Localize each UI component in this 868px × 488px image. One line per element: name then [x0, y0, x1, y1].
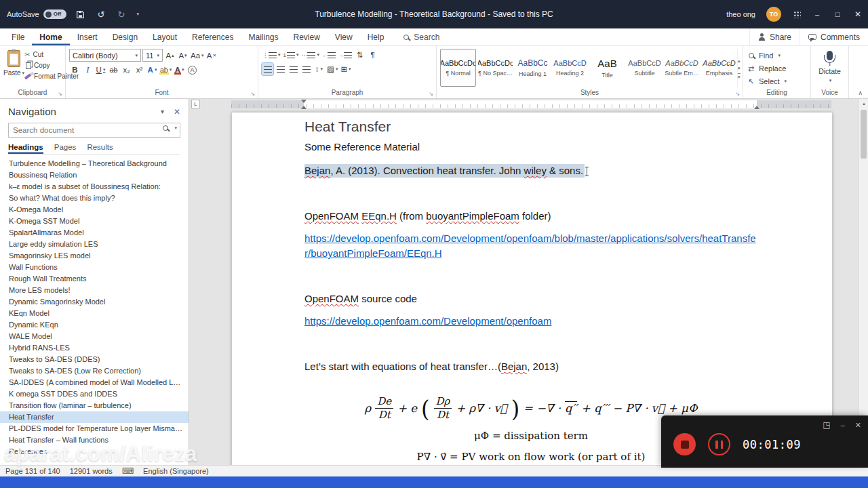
autosave-switch[interactable]: Off: [43, 9, 66, 19]
decrease-indent-button[interactable]: ←: [321, 49, 336, 61]
justify-button[interactable]: [300, 63, 312, 75]
superscript-button[interactable]: x²: [134, 64, 145, 76]
ribbon-display-options-button[interactable]: [787, 0, 807, 28]
autosave-toggle[interactable]: AutoSave Off: [7, 9, 66, 19]
scroll-up-arrow[interactable]: ▴: [859, 99, 868, 108]
style-nospac[interactable]: AaBbCcDc¶ No Spac…: [477, 49, 513, 87]
style-emphasis[interactable]: AaBbCcDEmphasis: [701, 49, 737, 87]
ribbon-tab-review[interactable]: Review: [285, 28, 327, 45]
style-h2[interactable]: AaBbCcDHeading 2: [552, 49, 588, 87]
show-paragraph-marks-button[interactable]: ¶: [367, 49, 378, 61]
paste-button[interactable]: Paste▾: [3, 49, 24, 88]
nav-tab-pages[interactable]: Pages: [54, 143, 77, 154]
customize-quick-access-button[interactable]: ▾: [135, 12, 142, 17]
avatar[interactable]: TO: [766, 7, 781, 22]
recorder-minimize-button[interactable]: –: [841, 421, 845, 429]
nav-heading-item[interactable]: Rough Wall Treatments: [0, 273, 189, 285]
font-dialog-launcher[interactable]: ↘: [250, 92, 255, 97]
nav-heading-item[interactable]: SpalartAllmaras Model: [0, 227, 189, 239]
style-subtleem[interactable]: AaBbCcDSubtle Em…: [664, 49, 700, 87]
nav-heading-item[interactable]: PL-DDES model for Temperature Log layer …: [0, 423, 189, 434]
nav-search-dropdown[interactable]: ▾: [174, 125, 177, 131]
styles-scroll-up-button[interactable]: ▴: [738, 58, 741, 63]
nav-heading-item[interactable]: Heat Transfer: [0, 411, 189, 423]
user-name[interactable]: theo ong: [721, 10, 761, 18]
style-h1[interactable]: AaBbCcHeading 1: [515, 49, 551, 87]
styles-scroll-down-button[interactable]: ▾: [738, 66, 741, 70]
paragraph-dialog-launcher[interactable]: ↘: [429, 92, 433, 97]
tab-selector-icon[interactable]: L: [191, 100, 200, 108]
align-center-button[interactable]: [275, 63, 286, 75]
ribbon-tab-references[interactable]: References: [184, 28, 241, 45]
undo-button[interactable]: ↺: [94, 6, 108, 22]
navigation-close-button[interactable]: ✕: [174, 107, 180, 117]
italic-button[interactable]: I: [82, 64, 94, 76]
right-indent-marker[interactable]: [754, 103, 760, 109]
keyboard-icon[interactable]: ⌨: [122, 466, 134, 476]
sort-button[interactable]: ⇅: [354, 49, 366, 61]
nav-heading-item[interactable]: Wall Functions: [0, 262, 189, 273]
minimize-button[interactable]: –: [807, 0, 827, 28]
nav-heading-item[interactable]: So what? What does this imply?: [0, 192, 189, 204]
styles-more-button[interactable]: ▾: [738, 73, 741, 79]
nav-heading-item[interactable]: K-Omega SST Model: [0, 216, 189, 227]
left-indent-marker[interactable]: [301, 103, 307, 109]
nav-heading-item[interactable]: Turbulence Modelling – Theoretical Backg…: [0, 158, 189, 169]
ribbon-search[interactable]: Search: [403, 28, 439, 45]
nav-heading-item[interactable]: k–ε model is a subset of Boussinesq Rela…: [0, 181, 189, 192]
collapse-ribbon-button[interactable]: ∧: [858, 89, 863, 96]
hyperlink-eeqn[interactable]: https://develop.openfoam.com/Development…: [304, 232, 756, 259]
clear-formatting-button[interactable]: A✕: [206, 49, 218, 62]
font-size-select[interactable]: 11▾: [142, 49, 163, 62]
font-name-select[interactable]: Calibri (Body)▾: [69, 49, 141, 62]
line-spacing-button[interactable]: ↕▾: [313, 63, 325, 75]
nav-heading-item[interactable]: Hybrid RANS-LES: [0, 342, 189, 354]
align-left-button[interactable]: [262, 63, 273, 75]
ribbon-tab-mailings[interactable]: Mailings: [241, 28, 285, 45]
highlight-color-button[interactable]: ab▾: [159, 64, 172, 76]
ribbon-tab-insert[interactable]: Insert: [70, 28, 105, 45]
close-button[interactable]: ✕: [848, 0, 868, 28]
document-page[interactable]: Heat Transfer Some Reference Material Be…: [232, 113, 832, 465]
recorder-popout-icon[interactable]: ◳: [823, 420, 830, 430]
change-case-button[interactable]: Aa▾: [190, 49, 205, 62]
nav-heading-item[interactable]: K omega SST DDES and IDDES: [0, 388, 189, 400]
increase-indent-button[interactable]: →: [338, 49, 353, 61]
nav-heading-item[interactable]: Transition flow (laminar – turbulence): [0, 400, 189, 411]
status-page-info[interactable]: Page 131 of 140: [5, 467, 60, 475]
hyperlink-openfoam[interactable]: https://develop.openfoam.com/Development…: [304, 315, 551, 327]
nav-search-icon[interactable]: [163, 125, 168, 131]
stop-recording-button[interactable]: [673, 433, 696, 455]
redo-button[interactable]: ↻: [115, 6, 129, 22]
text-effects-button[interactable]: A▾: [146, 64, 158, 76]
vertical-scrollbar[interactable]: ▴ ▾: [859, 99, 868, 465]
comments-button[interactable]: Comments: [800, 28, 868, 45]
styles-dialog-launcher[interactable]: ↘: [735, 92, 740, 97]
nav-heading-item[interactable]: Tweaks to SA-DES (DDES): [0, 354, 189, 365]
maximize-button[interactable]: □: [827, 0, 848, 28]
shrink-font-button[interactable]: A▾: [177, 49, 189, 62]
nav-heading-item[interactable]: Dynamic KEqn: [0, 319, 189, 331]
bullet-list-button[interactable]: ⋮▾: [262, 49, 281, 61]
nav-tab-headings[interactable]: Headings: [8, 143, 43, 154]
nav-search-input[interactable]: [8, 123, 180, 138]
navigation-options-button[interactable]: ▾: [161, 108, 164, 115]
ribbon-tab-home[interactable]: Home: [32, 28, 69, 45]
nav-heading-item[interactable]: Tweaks to SA-DES (Low Re Correction): [0, 365, 189, 377]
scrollbar-thumb[interactable]: [861, 110, 867, 159]
ribbon-tab-view[interactable]: View: [328, 28, 360, 45]
shading-button[interactable]: ▨▾: [326, 63, 338, 75]
nav-tab-results[interactable]: Results: [87, 143, 113, 154]
status-language[interactable]: English (Singapore): [143, 467, 209, 475]
nav-heading-item[interactable]: WALE Model: [0, 331, 189, 342]
share-button[interactable]: Share: [749, 28, 800, 45]
style-title[interactable]: AaBTitle: [589, 49, 625, 87]
find-button[interactable]: Find▾: [747, 50, 787, 61]
multilevel-list-button[interactable]: ⋯▾: [300, 49, 320, 61]
nav-heading-item[interactable]: Smagorinsky LES model: [0, 250, 189, 262]
nav-heading-item[interactable]: K-Omega Model: [0, 204, 189, 216]
select-button[interactable]: ↖Select▾: [747, 76, 787, 87]
strikethrough-button[interactable]: ab: [108, 64, 119, 76]
replace-button[interactable]: ⇄Replace: [747, 63, 787, 74]
bold-button[interactable]: B: [69, 64, 81, 76]
